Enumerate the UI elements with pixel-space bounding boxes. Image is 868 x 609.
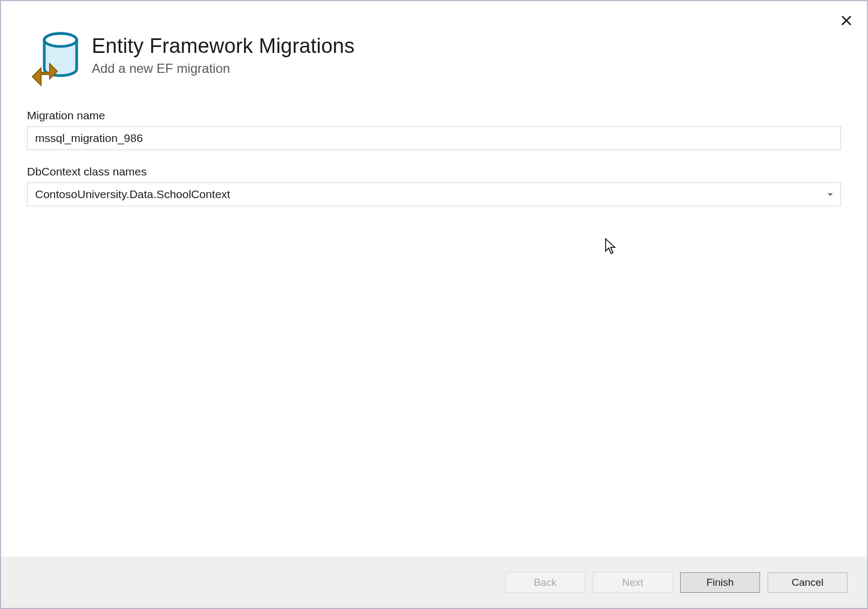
close-button[interactable] — [839, 13, 854, 28]
next-button: Next — [593, 572, 673, 593]
migration-name-input[interactable] — [27, 126, 841, 150]
form-area: Migration name DbContext class names — [1, 102, 867, 557]
migration-name-group: Migration name — [27, 109, 841, 150]
dialog-footer: Back Next Finish Cancel — [1, 557, 867, 608]
ef-migrations-icon — [28, 31, 80, 91]
back-button: Back — [505, 572, 585, 593]
migration-name-label: Migration name — [27, 109, 841, 122]
close-icon — [840, 15, 852, 26]
dbcontext-input[interactable] — [27, 182, 841, 206]
dialog-window: Entity Framework Migrations Add a new EF… — [0, 0, 868, 609]
dialog-title: Entity Framework Migrations — [92, 35, 355, 58]
svg-point-3 — [44, 33, 77, 46]
dbcontext-combobox[interactable] — [27, 182, 841, 206]
dialog-subtitle: Add a new EF migration — [92, 61, 355, 76]
header-text-block: Entity Framework Migrations Add a new EF… — [92, 31, 355, 76]
cancel-button[interactable]: Cancel — [768, 572, 847, 593]
dbcontext-group: DbContext class names — [27, 165, 841, 206]
finish-button[interactable]: Finish — [680, 572, 760, 593]
dialog-header: Entity Framework Migrations Add a new EF… — [1, 1, 867, 102]
dbcontext-label: DbContext class names — [27, 165, 841, 178]
